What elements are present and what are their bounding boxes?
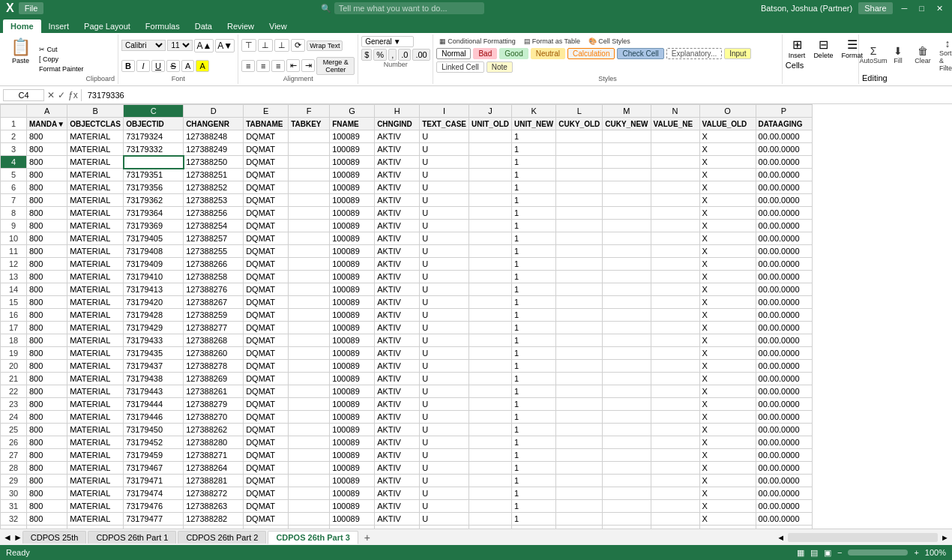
cell-F8[interactable] (289, 207, 330, 220)
cell-J10[interactable] (469, 232, 512, 245)
cell-M21[interactable] (603, 373, 651, 385)
cell-P18[interactable]: 00.00.0000 (756, 334, 812, 347)
cell-F26[interactable] (289, 436, 330, 449)
autosum-button[interactable]: Σ AutoSum (862, 43, 885, 66)
cell-I10[interactable]: U (420, 232, 469, 245)
cell-F27[interactable] (289, 449, 330, 462)
cell-J12[interactable] (469, 258, 512, 271)
align-top-button[interactable]: ⊤ (241, 39, 256, 52)
cell-L3[interactable] (556, 143, 603, 156)
cell-N14[interactable] (651, 283, 699, 296)
cell-G18[interactable]: 100089 (330, 334, 375, 347)
cell-P25[interactable]: 00.00.0000 (756, 424, 812, 436)
cell-E27[interactable]: DQMAT (244, 449, 289, 462)
cell-I31[interactable]: U (420, 500, 469, 513)
cell-J6[interactable] (469, 181, 512, 194)
cell-G32[interactable]: 100089 (330, 513, 375, 526)
zoom-slider[interactable] (848, 550, 908, 556)
tab-formulas[interactable]: Formulas (138, 19, 187, 33)
cell-N28[interactable] (651, 462, 699, 475)
cell-F10[interactable] (289, 232, 330, 245)
comma-button[interactable]: , (388, 49, 397, 61)
cell-C25[interactable]: 73179450 (124, 424, 184, 436)
font-family-select[interactable]: Calibri (121, 40, 166, 51)
cell-G33[interactable]: 100089 (330, 526, 375, 529)
cell-M27[interactable] (603, 449, 651, 462)
cell-I29[interactable]: U (420, 475, 469, 487)
cell-N24[interactable] (651, 411, 699, 424)
confirm-formula-icon[interactable]: ✓ (58, 90, 65, 100)
cell-N19[interactable] (651, 347, 699, 360)
cell-reference-box[interactable] (3, 89, 44, 101)
cell-E9[interactable]: DQMAT (244, 220, 289, 232)
cell-P20[interactable]: 00.00.0000 (756, 360, 812, 373)
cell-O32[interactable]: X (699, 513, 756, 526)
cell-L15[interactable] (556, 296, 603, 309)
cell-B12[interactable]: MATERIAL (67, 258, 124, 271)
cell-A6[interactable]: 800 (27, 181, 67, 194)
cell-M2[interactable] (603, 130, 651, 143)
cell-C17[interactable]: 73179429 (124, 322, 184, 334)
cell-F18[interactable] (289, 334, 330, 347)
cell-B10[interactable]: MATERIAL (67, 232, 124, 245)
cell-K11[interactable]: 1 (512, 245, 556, 258)
cell-F17[interactable] (289, 322, 330, 334)
cell-H2[interactable]: AKTIV (375, 130, 420, 143)
cell-K20[interactable]: 1 (512, 360, 556, 373)
cell-G21[interactable]: 100089 (330, 373, 375, 385)
cell-C29[interactable]: 73179471 (124, 475, 184, 487)
cell-K15[interactable]: 1 (512, 296, 556, 309)
cell-N8[interactable] (651, 207, 699, 220)
cell-A5[interactable]: 800 (27, 169, 67, 181)
cell-D10[interactable]: 127388257 (184, 232, 244, 245)
conditional-formatting-button[interactable]: ▦ Conditional Formatting (436, 36, 519, 46)
cell-F4[interactable] (289, 156, 330, 169)
cell-F25[interactable] (289, 424, 330, 436)
cell-F13[interactable] (289, 271, 330, 283)
cell-E30[interactable]: DQMAT (244, 487, 289, 500)
cell-G19[interactable]: 100089 (330, 347, 375, 360)
cell-L2[interactable] (556, 130, 603, 143)
cell-C26[interactable]: 73179452 (124, 436, 184, 449)
cell-C22[interactable]: 73179443 (124, 385, 184, 398)
cell-N20[interactable] (651, 360, 699, 373)
col-header-k[interactable]: K (512, 105, 556, 118)
cell-B30[interactable]: MATERIAL (67, 487, 124, 500)
sheet-tab-cdpos26p1[interactable]: CDPOS 26th Part 1 (88, 531, 176, 544)
fill-button[interactable]: ⬇ Fill (887, 43, 909, 66)
cell-A30[interactable]: 800 (27, 487, 67, 500)
align-left-button[interactable]: ≡ (241, 60, 255, 72)
view-normal-icon[interactable]: ▦ (797, 548, 804, 558)
cell-D11[interactable]: 127388255 (184, 245, 244, 258)
cell-A13[interactable]: 800 (27, 271, 67, 283)
col-header-l[interactable]: L (556, 105, 603, 118)
cell-H4[interactable]: AKTIV (375, 156, 420, 169)
cell-H14[interactable]: AKTIV (375, 283, 420, 296)
col-header-f[interactable]: F (289, 105, 330, 118)
cell-A19[interactable]: 800 (27, 347, 67, 360)
col-header-m[interactable]: M (603, 105, 651, 118)
font-size-select[interactable]: 11 (167, 40, 193, 51)
cell-L9[interactable] (556, 220, 603, 232)
cell-L13[interactable] (556, 271, 603, 283)
cell-M16[interactable] (603, 309, 651, 322)
cell-O6[interactable]: X (699, 181, 756, 194)
cell-B29[interactable]: MATERIAL (67, 475, 124, 487)
cell-P13[interactable]: 00.00.0000 (756, 271, 812, 283)
cell-E24[interactable]: DQMAT (244, 411, 289, 424)
increase-indent-button[interactable]: ⇥ (301, 59, 315, 72)
cell-A32[interactable]: 800 (27, 513, 67, 526)
cell-K23[interactable]: 1 (512, 398, 556, 411)
cell-L22[interactable] (556, 385, 603, 398)
header-cuky-old[interactable]: CUKY_OLD (556, 118, 603, 130)
cell-D13[interactable]: 127388258 (184, 271, 244, 283)
cell-H30[interactable]: AKTIV (375, 487, 420, 500)
cell-A25[interactable]: 800 (27, 424, 67, 436)
zoom-in-icon[interactable]: + (914, 548, 918, 557)
col-header-c[interactable]: C (124, 105, 184, 118)
cell-H7[interactable]: AKTIV (375, 194, 420, 207)
insert-function-icon[interactable]: ƒx (68, 90, 78, 100)
cell-N25[interactable] (651, 424, 699, 436)
cell-G23[interactable]: 100089 (330, 398, 375, 411)
cell-J19[interactable] (469, 347, 512, 360)
